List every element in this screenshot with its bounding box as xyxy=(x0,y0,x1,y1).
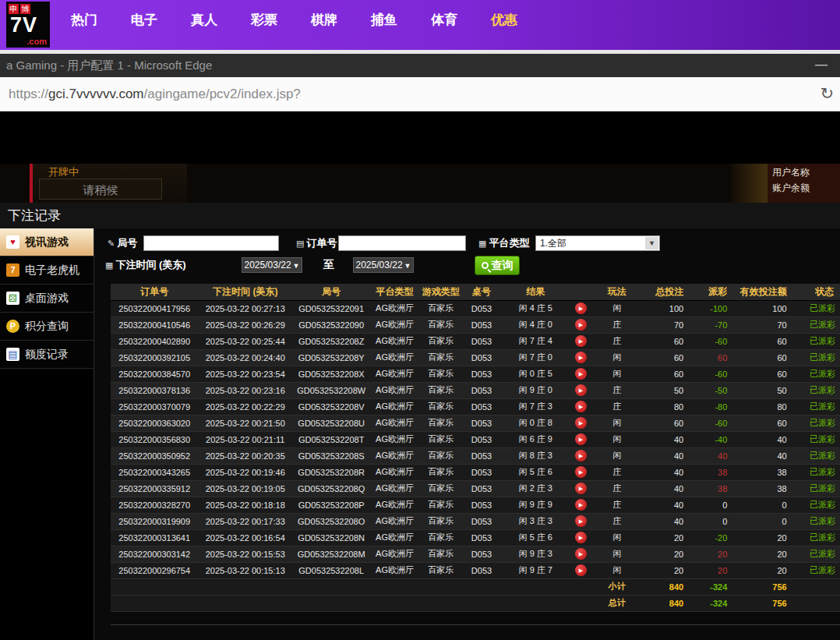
cell-bet_type: 庄 xyxy=(591,497,643,513)
cell-bet: 20 xyxy=(643,529,691,546)
date-from-dropdown[interactable]: 2025/03/22▼ xyxy=(242,257,302,273)
replay-icon[interactable]: ▶ xyxy=(575,564,587,576)
minimize-button[interactable]: — xyxy=(815,54,828,76)
cell-status: 已派彩 xyxy=(795,464,840,480)
replay-icon[interactable]: ▶ xyxy=(575,532,587,543)
nav-item-promotions[interactable]: 优惠 xyxy=(490,11,518,29)
cell-result: 闲 9 庄 7 xyxy=(500,562,570,578)
replay-icon[interactable]: ▶ xyxy=(575,352,587,363)
table-row: 2503220003136412025-03-22 00:16:54GD0532… xyxy=(111,529,840,546)
cell-platform: AG欧洲厅 xyxy=(370,497,418,513)
date-to-dropdown[interactable]: 2025/03/22▼ xyxy=(353,257,414,273)
replay-icon[interactable]: ▶ xyxy=(575,499,587,511)
cell-round: GD05325322090 xyxy=(292,316,370,333)
cell-order: 250322000384570 xyxy=(111,366,198,382)
nav-item-board-games[interactable]: 棋牌 xyxy=(310,11,338,29)
cell-play: ▶ xyxy=(570,398,591,415)
cell-payout: 40 xyxy=(691,447,735,464)
cell-bet: 60 xyxy=(643,366,691,382)
replay-icon[interactable]: ▶ xyxy=(575,401,587,412)
replay-icon[interactable]: ▶ xyxy=(575,450,587,461)
nav-item-lottery[interactable]: 彩票 xyxy=(250,11,278,29)
balance-label: 账户余额 xyxy=(768,179,840,195)
replay-icon[interactable]: ▶ xyxy=(575,302,587,314)
cell-result: 闲 6 庄 9 xyxy=(500,431,570,447)
nav-item-sports[interactable]: 体育 xyxy=(430,11,458,29)
cell-game: 百家乐 xyxy=(419,415,463,431)
sidebar-item-table-games[interactable]: ⚄桌面游戏 xyxy=(0,285,94,313)
column-header-table_no: 桌号 xyxy=(463,284,500,300)
cell-time: 2025-03-22 00:23:54 xyxy=(198,366,292,382)
cell-result: 闲 5 庄 6 xyxy=(500,464,570,480)
bet-records-table: 订单号下注时间 (美东)局号平台类型游戏类型桌号结果玩法总投注派彩有效投注额状态… xyxy=(111,284,840,612)
cell-payout: -40 xyxy=(691,431,735,447)
cell-order: 250322000370079 xyxy=(111,398,198,415)
nav-item-electronic[interactable]: 电子 xyxy=(130,11,158,29)
cell-order: 250322000392105 xyxy=(111,349,198,366)
replay-icon[interactable]: ▶ xyxy=(575,335,587,347)
platform-type-value: 1.全部 xyxy=(540,238,566,249)
cell-result: 闲 0 庄 5 xyxy=(500,366,570,382)
table-row: 2503220003031422025-03-22 00:15:53GD0532… xyxy=(111,546,840,562)
cell-platform: AG欧洲厅 xyxy=(370,349,418,366)
cell-bet: 60 xyxy=(643,333,691,349)
to-label: 至 xyxy=(323,258,334,272)
replay-icon[interactable]: ▶ xyxy=(575,417,587,429)
cell-status: 已派彩 xyxy=(795,497,840,513)
cell-table_no: D053 xyxy=(463,349,500,366)
nav-item-fishing[interactable]: 捕鱼 xyxy=(370,11,398,29)
cell-status: 已派彩 xyxy=(795,480,840,497)
replay-icon[interactable]: ▶ xyxy=(575,384,587,396)
cell-round: GD0532532208U xyxy=(292,415,370,431)
section-bar: 下注记录 xyxy=(0,203,840,228)
sidebar-item-points-query[interactable]: P积分查询 xyxy=(0,313,94,341)
cell-status: 已派彩 xyxy=(795,415,840,431)
cell-round: GD0532532208Y xyxy=(292,349,370,366)
nav-item-hot[interactable]: 热门 xyxy=(70,11,98,29)
cell-bet_type: 庄 xyxy=(591,464,643,480)
cell-valid: 20 xyxy=(735,529,794,546)
cell-round: GD0532532208V xyxy=(292,398,370,415)
cell-game: 百家乐 xyxy=(419,529,463,546)
cell-play: ▶ xyxy=(570,300,591,316)
platform-type-select[interactable]: 1.全部 ▼ xyxy=(535,235,660,251)
table-row: 2503220003630202025-03-22 00:21:50GD0532… xyxy=(111,415,840,431)
cell-result: 闲 4 庄 5 xyxy=(500,300,570,316)
round-number-input[interactable] xyxy=(143,235,279,251)
cell-play: ▶ xyxy=(570,366,591,382)
cell-valid: 100 xyxy=(735,300,794,316)
address-bar[interactable]: https://gci.7vvvvvv.com/agingame/pcv2/in… xyxy=(0,77,840,111)
nav-item-live[interactable]: 真人 xyxy=(190,11,218,29)
cell-result: 闲 7 庄 3 xyxy=(500,398,570,415)
replay-icon[interactable]: ▶ xyxy=(575,319,587,331)
sidebar-item-credit-records[interactable]: ▤额度记录 xyxy=(0,341,94,369)
cell-table_no: D053 xyxy=(463,480,500,497)
cell-bet: 80 xyxy=(643,398,691,415)
replay-icon[interactable]: ▶ xyxy=(575,433,587,445)
replay-icon[interactable]: ▶ xyxy=(575,483,587,494)
cell-result: 闲 3 庄 3 xyxy=(500,513,570,529)
replay-icon[interactable]: ▶ xyxy=(575,548,587,560)
cell-valid: 20 xyxy=(735,546,794,562)
page-title: 下注记录 xyxy=(8,203,61,228)
sidebar-item-slots[interactable]: 7电子老虎机 xyxy=(0,256,94,285)
sidebar-item-label: 桌面游戏 xyxy=(25,292,69,306)
replay-icon[interactable]: ▶ xyxy=(575,466,587,478)
replay-icon[interactable]: ▶ xyxy=(575,515,587,527)
date-to-value: 2025/03/22 xyxy=(356,260,403,270)
column-header-play xyxy=(570,284,591,300)
refresh-icon[interactable]: ↻ xyxy=(820,84,834,103)
search-button[interactable]: 查询 xyxy=(475,256,520,275)
cell-bet: 60 xyxy=(643,349,691,366)
replay-icon[interactable]: ▶ xyxy=(575,368,587,380)
cell-status: 已派彩 xyxy=(795,562,840,578)
sidebar-item-video-games[interactable]: ♥视讯游戏 xyxy=(0,228,94,256)
cell-platform: AG欧洲厅 xyxy=(370,513,418,529)
site-logo[interactable]: 申 博 7V .com xyxy=(6,2,50,48)
cards-icon: ♥ xyxy=(6,235,19,249)
cell-payout: -70 xyxy=(691,316,735,333)
cell-payout: 38 xyxy=(691,464,735,480)
order-number-input[interactable] xyxy=(338,235,466,251)
column-header-time: 下注时间 (美东) xyxy=(198,284,292,300)
cell-valid: 40 xyxy=(735,447,794,464)
